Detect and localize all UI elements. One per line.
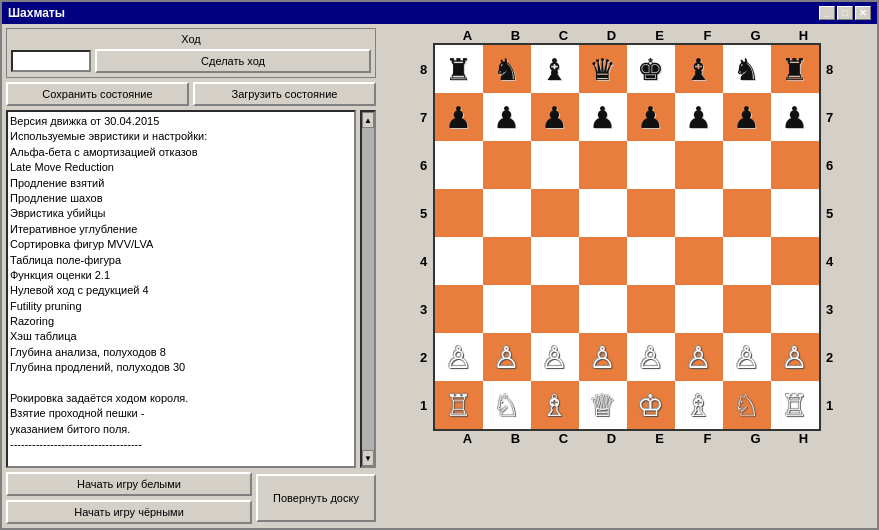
make-move-button[interactable]: Сделать ход	[95, 49, 371, 73]
cell[interactable]: ♟	[435, 93, 483, 141]
cell[interactable]	[675, 141, 723, 189]
cell[interactable]: ♟	[627, 93, 675, 141]
cell[interactable]: ♟	[483, 93, 531, 141]
save-state-button[interactable]: Сохранить состояние	[6, 82, 189, 106]
cell[interactable]	[531, 141, 579, 189]
cell[interactable]	[627, 285, 675, 333]
cell[interactable]	[435, 189, 483, 237]
cell[interactable]	[723, 285, 771, 333]
rotate-board-button[interactable]: Повернуть доску	[256, 474, 376, 522]
cell[interactable]	[531, 237, 579, 285]
cell[interactable]	[435, 237, 483, 285]
cell[interactable]	[723, 237, 771, 285]
cell[interactable]: ♙	[627, 333, 675, 381]
col-label-g-bottom: G	[732, 431, 780, 446]
cell[interactable]	[483, 141, 531, 189]
cell[interactable]	[771, 237, 819, 285]
cell[interactable]: ♘	[723, 381, 771, 429]
cell[interactable]: ♙	[771, 333, 819, 381]
row-label: 4	[821, 237, 839, 285]
cell[interactable]	[579, 285, 627, 333]
chess-piece: ♞	[733, 52, 760, 87]
cell[interactable]	[531, 285, 579, 333]
cell[interactable]: ♜	[435, 45, 483, 93]
cell[interactable]	[531, 189, 579, 237]
cell[interactable]: ♜	[771, 45, 819, 93]
cell[interactable]	[627, 189, 675, 237]
chess-piece: ♙	[637, 340, 664, 375]
start-white-button[interactable]: Начать игру белыми	[6, 472, 252, 496]
row-label: 6	[415, 141, 433, 189]
cell[interactable]: ♞	[483, 45, 531, 93]
close-button[interactable]: ✕	[855, 6, 871, 20]
cell[interactable]: ♟	[531, 93, 579, 141]
cell[interactable]: ♟	[675, 93, 723, 141]
cell[interactable]	[675, 237, 723, 285]
cell[interactable]	[483, 285, 531, 333]
row-label: 6	[821, 141, 839, 189]
cell[interactable]	[579, 189, 627, 237]
scroll-down-button[interactable]: ▼	[362, 450, 374, 466]
info-scrollbar[interactable]: ▲ ▼	[360, 110, 376, 468]
cell[interactable]: ♟	[771, 93, 819, 141]
cell[interactable]: ♘	[483, 381, 531, 429]
cell[interactable]	[723, 141, 771, 189]
col-label-e: E	[636, 28, 684, 43]
cell[interactable]	[723, 189, 771, 237]
cell[interactable]: ♝	[675, 45, 723, 93]
cell[interactable]: ♗	[531, 381, 579, 429]
cell[interactable]: ♝	[531, 45, 579, 93]
cell[interactable]	[435, 141, 483, 189]
cell[interactable]: ♙	[579, 333, 627, 381]
load-state-button[interactable]: Загрузить состояние	[193, 82, 376, 106]
chess-piece: ♞	[493, 52, 520, 87]
scroll-up-button[interactable]: ▲	[362, 112, 374, 128]
chess-board[interactable]: ♜♞♝♛♚♝♞♜♟♟♟♟♟♟♟♟♙♙♙♙♙♙♙♙♖♘♗♕♔♗♘♖	[433, 43, 821, 431]
scroll-track	[362, 128, 374, 450]
cell[interactable]: ♟	[723, 93, 771, 141]
cell[interactable]	[483, 189, 531, 237]
row-label: 2	[821, 333, 839, 381]
cell[interactable]	[483, 237, 531, 285]
cell[interactable]	[435, 285, 483, 333]
chess-piece: ♛	[589, 52, 616, 87]
minimize-button[interactable]: _	[819, 6, 835, 20]
chess-piece: ♟	[493, 100, 520, 135]
cell[interactable]: ♙	[435, 333, 483, 381]
cell[interactable]	[579, 237, 627, 285]
cell[interactable]: ♚	[627, 45, 675, 93]
cell[interactable]	[771, 285, 819, 333]
cell[interactable]: ♗	[675, 381, 723, 429]
maximize-button[interactable]: □	[837, 6, 853, 20]
cell[interactable]: ♛	[579, 45, 627, 93]
chess-piece: ♝	[541, 52, 568, 87]
cell[interactable]: ♕	[579, 381, 627, 429]
cell[interactable]: ♙	[675, 333, 723, 381]
save-load-row: Сохранить состояние Загрузить состояние	[6, 82, 376, 106]
start-black-button[interactable]: Начать игру чёрными	[6, 500, 252, 524]
cell[interactable]: ♟	[579, 93, 627, 141]
cell[interactable]: ♖	[435, 381, 483, 429]
row-label: 8	[821, 45, 839, 93]
chess-piece: ♟	[541, 100, 568, 135]
chess-piece: ♘	[493, 388, 520, 423]
cell[interactable]	[627, 141, 675, 189]
cell[interactable]: ♙	[483, 333, 531, 381]
col-label-f-bottom: F	[684, 431, 732, 446]
cell[interactable]	[771, 189, 819, 237]
cell[interactable]: ♙	[531, 333, 579, 381]
cell[interactable]	[579, 141, 627, 189]
cell[interactable]: ♙	[723, 333, 771, 381]
move-input[interactable]	[11, 50, 91, 72]
cell[interactable]	[675, 285, 723, 333]
row-label: 3	[415, 285, 433, 333]
cell[interactable]	[771, 141, 819, 189]
col-label-d: D	[588, 28, 636, 43]
cell[interactable]	[627, 237, 675, 285]
cell[interactable]: ♖	[771, 381, 819, 429]
chess-piece: ♙	[685, 340, 712, 375]
chess-piece: ♖	[445, 388, 472, 423]
cell[interactable]: ♞	[723, 45, 771, 93]
cell[interactable]: ♔	[627, 381, 675, 429]
cell[interactable]	[675, 189, 723, 237]
